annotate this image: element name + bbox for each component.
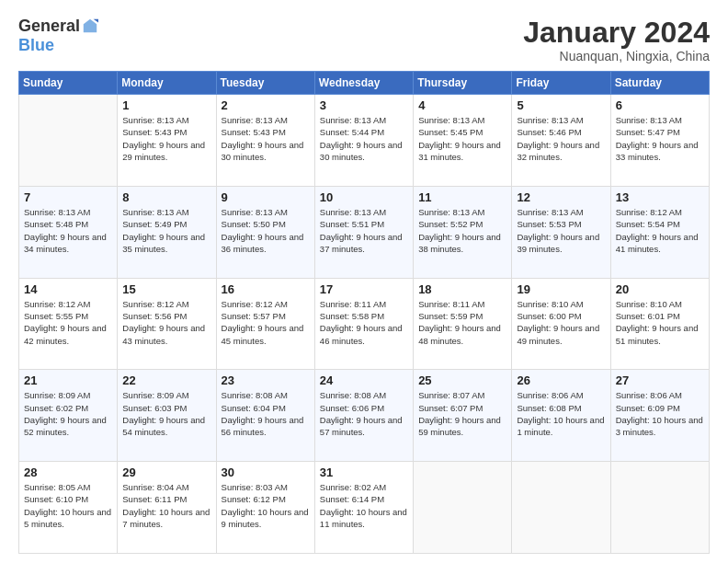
day-info: Sunrise: 8:13 AM Sunset: 5:43 PM Dayligh…	[222, 114, 310, 163]
day-info: Sunrise: 8:05 AM Sunset: 6:10 PM Dayligh…	[24, 481, 112, 530]
sunrise-text: Sunrise: 8:13 AM	[122, 115, 188, 125]
sunset-text: Sunset: 5:43 PM	[122, 127, 187, 137]
daylight-text: Daylight: 9 hours and 56 minutes.	[222, 415, 304, 437]
sunset-text: Sunset: 6:08 PM	[517, 403, 581, 413]
calendar-week-row: 1 Sunrise: 8:13 AM Sunset: 5:43 PM Dayli…	[19, 95, 710, 187]
day-info: Sunrise: 8:04 AM Sunset: 6:11 PM Dayligh…	[122, 481, 210, 530]
table-row: 10 Sunrise: 8:13 AM Sunset: 5:51 PM Dayl…	[314, 186, 413, 278]
table-row: 21 Sunrise: 8:09 AM Sunset: 6:02 PM Dayl…	[19, 370, 118, 462]
header-wednesday: Wednesday	[314, 72, 413, 95]
day-number: 7	[24, 190, 112, 204]
title-block: January 2024 Nuanquan, Ningxia, China	[523, 17, 710, 63]
daylight-text: Daylight: 10 hours and 5 minutes.	[24, 507, 111, 529]
page: General Blue January 2024 Nuanquan, Ning…	[0, 0, 728, 563]
sunrise-text: Sunrise: 8:05 AM	[24, 482, 90, 492]
sunrise-text: Sunrise: 8:13 AM	[320, 115, 386, 125]
day-number: 5	[517, 98, 605, 112]
sunset-text: Sunset: 6:03 PM	[122, 403, 187, 413]
table-row: 14 Sunrise: 8:12 AM Sunset: 5:55 PM Dayl…	[19, 278, 118, 370]
day-info: Sunrise: 8:13 AM Sunset: 5:49 PM Dayligh…	[122, 206, 210, 255]
daylight-text: Daylight: 9 hours and 31 minutes.	[418, 140, 501, 162]
table-row: 27 Sunrise: 8:06 AM Sunset: 6:09 PM Dayl…	[610, 370, 709, 462]
day-number: 6	[616, 98, 704, 112]
sunset-text: Sunset: 5:57 PM	[222, 311, 286, 321]
table-row: 22 Sunrise: 8:09 AM Sunset: 6:03 PM Dayl…	[118, 370, 216, 462]
day-number: 27	[616, 373, 704, 387]
sunrise-text: Sunrise: 8:06 AM	[517, 390, 583, 400]
table-row: 15 Sunrise: 8:12 AM Sunset: 5:56 PM Dayl…	[118, 278, 216, 370]
day-info: Sunrise: 8:13 AM Sunset: 5:45 PM Dayligh…	[418, 114, 506, 163]
sunrise-text: Sunrise: 8:12 AM	[616, 207, 682, 217]
day-info: Sunrise: 8:02 AM Sunset: 6:14 PM Dayligh…	[320, 481, 408, 530]
daylight-text: Daylight: 10 hours and 1 minute.	[517, 415, 604, 437]
table-row: 31 Sunrise: 8:02 AM Sunset: 6:14 PM Dayl…	[314, 462, 413, 554]
day-number: 28	[24, 465, 112, 479]
sunset-text: Sunset: 6:10 PM	[24, 494, 88, 504]
day-info: Sunrise: 8:13 AM Sunset: 5:51 PM Dayligh…	[320, 206, 408, 255]
sunrise-text: Sunrise: 8:13 AM	[122, 207, 188, 217]
day-info: Sunrise: 8:06 AM Sunset: 6:08 PM Dayligh…	[517, 389, 605, 438]
sunrise-text: Sunrise: 8:07 AM	[418, 390, 484, 400]
sunset-text: Sunset: 6:07 PM	[418, 403, 483, 413]
table-row: 7 Sunrise: 8:13 AM Sunset: 5:48 PM Dayli…	[19, 186, 118, 278]
day-number: 2	[222, 98, 310, 112]
sunrise-text: Sunrise: 8:12 AM	[24, 299, 90, 309]
daylight-text: Daylight: 9 hours and 48 minutes.	[418, 323, 501, 345]
daylight-text: Daylight: 9 hours and 29 minutes.	[122, 140, 205, 162]
daylight-text: Daylight: 9 hours and 30 minutes.	[222, 140, 304, 162]
sunrise-text: Sunrise: 8:13 AM	[418, 115, 484, 125]
sunset-text: Sunset: 6:14 PM	[320, 494, 384, 504]
daylight-text: Daylight: 9 hours and 51 minutes.	[616, 323, 699, 345]
sunset-text: Sunset: 5:46 PM	[517, 127, 581, 137]
sunset-text: Sunset: 6:09 PM	[616, 403, 680, 413]
table-row: 23 Sunrise: 8:08 AM Sunset: 6:04 PM Dayl…	[216, 370, 314, 462]
header-monday: Monday	[118, 72, 216, 95]
daylight-text: Daylight: 10 hours and 7 minutes.	[122, 507, 210, 529]
logo-general-text: General	[18, 17, 80, 36]
daylight-text: Daylight: 9 hours and 49 minutes.	[517, 323, 599, 345]
table-row: 12 Sunrise: 8:13 AM Sunset: 5:53 PM Dayl…	[512, 186, 610, 278]
sunset-text: Sunset: 5:51 PM	[320, 219, 384, 229]
day-number: 1	[122, 98, 210, 112]
day-number: 16	[222, 282, 310, 296]
table-row: 25 Sunrise: 8:07 AM Sunset: 6:07 PM Dayl…	[414, 370, 512, 462]
table-row: 16 Sunrise: 8:12 AM Sunset: 5:57 PM Dayl…	[216, 278, 314, 370]
sunrise-text: Sunrise: 8:12 AM	[122, 299, 188, 309]
table-row: 30 Sunrise: 8:03 AM Sunset: 6:12 PM Dayl…	[216, 462, 314, 554]
daylight-text: Daylight: 10 hours and 3 minutes.	[616, 415, 703, 437]
sunrise-text: Sunrise: 8:10 AM	[616, 299, 682, 309]
sunset-text: Sunset: 5:44 PM	[320, 127, 384, 137]
calendar-week-row: 7 Sunrise: 8:13 AM Sunset: 5:48 PM Dayli…	[19, 186, 710, 278]
sunrise-text: Sunrise: 8:13 AM	[24, 207, 90, 217]
table-row: 5 Sunrise: 8:13 AM Sunset: 5:46 PM Dayli…	[512, 95, 610, 187]
day-info: Sunrise: 8:13 AM Sunset: 5:50 PM Dayligh…	[222, 206, 310, 255]
sunrise-text: Sunrise: 8:13 AM	[320, 207, 386, 217]
sunset-text: Sunset: 5:58 PM	[320, 311, 384, 321]
daylight-text: Daylight: 9 hours and 38 minutes.	[418, 232, 501, 254]
day-info: Sunrise: 8:07 AM Sunset: 6:07 PM Dayligh…	[418, 389, 506, 438]
day-number: 31	[320, 465, 408, 479]
day-info: Sunrise: 8:13 AM Sunset: 5:53 PM Dayligh…	[517, 206, 605, 255]
table-row: 8 Sunrise: 8:13 AM Sunset: 5:49 PM Dayli…	[118, 186, 216, 278]
sunset-text: Sunset: 5:54 PM	[616, 219, 680, 229]
header-friday: Friday	[512, 72, 610, 95]
day-info: Sunrise: 8:09 AM Sunset: 6:03 PM Dayligh…	[122, 389, 210, 438]
day-number: 10	[320, 190, 408, 204]
day-info: Sunrise: 8:09 AM Sunset: 6:02 PM Dayligh…	[24, 389, 112, 438]
table-row: 26 Sunrise: 8:06 AM Sunset: 6:08 PM Dayl…	[512, 370, 610, 462]
daylight-text: Daylight: 9 hours and 37 minutes.	[320, 232, 403, 254]
table-row: 13 Sunrise: 8:12 AM Sunset: 5:54 PM Dayl…	[610, 186, 709, 278]
table-row: 3 Sunrise: 8:13 AM Sunset: 5:44 PM Dayli…	[314, 95, 413, 187]
daylight-text: Daylight: 9 hours and 36 minutes.	[222, 232, 304, 254]
daylight-text: Daylight: 10 hours and 9 minutes.	[222, 507, 309, 529]
day-number: 30	[222, 465, 310, 479]
sunset-text: Sunset: 6:02 PM	[24, 403, 88, 413]
daylight-text: Daylight: 9 hours and 54 minutes.	[122, 415, 205, 437]
sunrise-text: Sunrise: 8:13 AM	[222, 115, 288, 125]
table-row: 29 Sunrise: 8:04 AM Sunset: 6:11 PM Dayl…	[118, 462, 216, 554]
day-info: Sunrise: 8:10 AM Sunset: 6:01 PM Dayligh…	[616, 298, 704, 347]
day-number: 21	[24, 373, 112, 387]
sunset-text: Sunset: 5:45 PM	[418, 127, 483, 137]
sunrise-text: Sunrise: 8:13 AM	[418, 207, 484, 217]
sunrise-text: Sunrise: 8:11 AM	[320, 299, 386, 309]
